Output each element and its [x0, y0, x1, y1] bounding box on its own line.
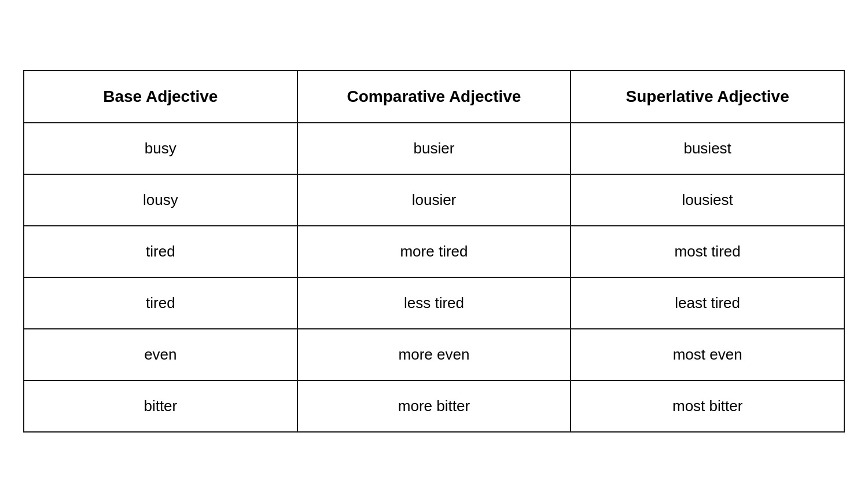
cell-superlative: least tired: [571, 277, 844, 329]
adjective-table: Base Adjective Comparative Adjective Sup…: [23, 70, 845, 433]
table-row: tired less tired least tired: [24, 277, 844, 329]
adjective-table-wrapper: Base Adjective Comparative Adjective Sup…: [23, 70, 845, 433]
header-comparative-adjective: Comparative Adjective: [297, 71, 571, 123]
cell-base: bitter: [24, 380, 297, 432]
header-base-adjective: Base Adjective: [24, 71, 297, 123]
cell-comparative: more tired: [297, 226, 571, 277]
cell-comparative: busier: [297, 123, 571, 174]
cell-superlative: lousiest: [571, 174, 844, 226]
cell-comparative: less tired: [297, 277, 571, 329]
table-row: busy busier busiest: [24, 123, 844, 174]
cell-superlative: most tired: [571, 226, 844, 277]
cell-base: even: [24, 329, 297, 380]
cell-base: tired: [24, 277, 297, 329]
cell-base: tired: [24, 226, 297, 277]
cell-superlative: busiest: [571, 123, 844, 174]
cell-comparative: more bitter: [297, 380, 571, 432]
cell-superlative: most even: [571, 329, 844, 380]
cell-base: busy: [24, 123, 297, 174]
table-header-row: Base Adjective Comparative Adjective Sup…: [24, 71, 844, 123]
cell-superlative: most bitter: [571, 380, 844, 432]
table-row: tired more tired most tired: [24, 226, 844, 277]
table-row: bitter more bitter most bitter: [24, 380, 844, 432]
cell-comparative: lousier: [297, 174, 571, 226]
table-row: lousy lousier lousiest: [24, 174, 844, 226]
cell-comparative: more even: [297, 329, 571, 380]
cell-base: lousy: [24, 174, 297, 226]
header-superlative-adjective: Superlative Adjective: [571, 71, 844, 123]
table-row: even more even most even: [24, 329, 844, 380]
